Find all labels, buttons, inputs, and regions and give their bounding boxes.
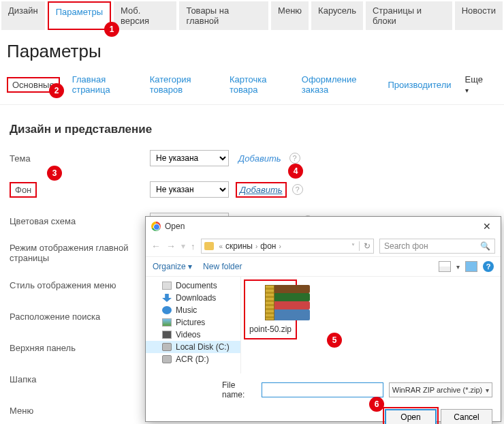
row-theme: Тема Не указана Добавить ? xyxy=(10,149,494,168)
file-type-filter[interactable]: WinRAR ZIP archive (*.zip) xyxy=(389,382,492,397)
back-arrow-icon[interactable]: ← xyxy=(151,241,161,252)
new-folder-button[interactable]: New folder xyxy=(203,262,242,271)
breadcrumb-path[interactable]: « скрины › фон › ˅ ↻ xyxy=(201,239,375,254)
main-nav-tabs: Дизайн Параметры Моб. версия Товары на г… xyxy=(0,0,504,31)
help-icon[interactable]: ? xyxy=(292,184,303,195)
dialog-footer: File name: WinRAR ZIP archive (*.zip) xyxy=(146,374,501,406)
nav-tab-menu[interactable]: Меню xyxy=(271,1,309,30)
label-menu: Меню xyxy=(10,406,150,416)
label-menu-style: Стиль отображения меню xyxy=(10,280,150,290)
tree-item-music[interactable]: Music xyxy=(146,304,240,316)
open-button[interactable]: Open xyxy=(385,409,437,424)
folder-icon xyxy=(204,242,214,250)
tree-item-pictures[interactable]: Pictures xyxy=(146,316,240,329)
annotation-badge-6: 6 xyxy=(369,397,384,412)
preview-icon[interactable] xyxy=(465,261,477,272)
file-name-label: File name: xyxy=(222,380,256,399)
sub-tab-checkout[interactable]: Оформление заказа xyxy=(300,72,376,97)
label-top-panel: Верхняя панель xyxy=(10,343,150,353)
select-theme[interactable]: Не указана xyxy=(150,150,229,166)
file-list[interactable]: point-50.zip xyxy=(241,277,501,374)
up-arrow-icon[interactable]: ↑ xyxy=(191,241,195,252)
organize-button[interactable]: Organize ▾ xyxy=(153,262,192,271)
search-input[interactable]: Search фон 🔍 xyxy=(379,239,495,254)
nav-tab-mobile[interactable]: Моб. версия xyxy=(114,1,176,30)
tree-item-local-disk-c[interactable]: Local Disk (C:) xyxy=(146,341,240,353)
add-background-link[interactable]: Добавить xyxy=(236,182,287,198)
dialog-toolbar: Organize ▾ New folder ▾ ? xyxy=(146,256,501,277)
select-background[interactable]: Не указан xyxy=(150,181,229,198)
sub-tab-more[interactable]: Еще xyxy=(464,72,487,97)
file-open-dialog: Open ✕ ← → ▾ ↑ « скрины › фон › ˅ ↻ Sear… xyxy=(145,216,501,422)
breadcrumb-item[interactable]: скрины xyxy=(225,241,253,251)
nav-tab-news[interactable]: Новости xyxy=(455,1,503,30)
annotation-badge-5: 5 xyxy=(327,333,342,348)
section-title: Дизайн и представление xyxy=(10,123,494,136)
file-name-input[interactable] xyxy=(262,382,383,397)
help-icon[interactable]: ? xyxy=(289,153,300,164)
nav-tab-pages-blocks[interactable]: Страницы и блоки xyxy=(366,1,452,30)
nav-tab-carousel[interactable]: Карусель xyxy=(311,1,363,30)
add-theme-link[interactable]: Добавить xyxy=(236,152,284,165)
label-search-position: Расположение поиска xyxy=(10,312,150,322)
file-tile-zip[interactable]: point-50.zip xyxy=(244,279,297,339)
sub-tab-category[interactable]: Категория товаров xyxy=(148,72,217,97)
tree-item-videos[interactable]: Videos xyxy=(146,329,240,341)
page-title: Параметры xyxy=(7,41,504,62)
sub-nav-tabs: Основные Главная страница Категория това… xyxy=(0,72,504,105)
label-header: Шапка xyxy=(10,374,150,384)
help-icon[interactable]: ? xyxy=(483,261,494,272)
view-icon[interactable] xyxy=(439,261,451,272)
label-color-scheme: Цветовая схема xyxy=(10,216,150,226)
annotation-badge-2: 2 xyxy=(49,83,64,98)
annotation-badge-4: 4 xyxy=(288,164,303,179)
nav-tab-parameters[interactable]: Параметры xyxy=(48,1,111,30)
label-display-mode: Режим отображения главной страницы xyxy=(10,243,146,263)
sub-tab-product-card[interactable]: Карточка товара xyxy=(228,72,289,97)
label-background: Фон xyxy=(10,182,37,198)
zip-archive-icon xyxy=(250,285,291,322)
tree-item-documents[interactable]: Documents xyxy=(146,279,240,292)
dialog-titlebar: Open ✕ xyxy=(146,217,501,236)
dialog-nav: ← → ▾ ↑ « скрины › фон › ˅ ↻ Search фон … xyxy=(146,236,501,256)
chrome-icon xyxy=(151,222,161,231)
annotation-badge-3: 3 xyxy=(47,166,62,181)
nav-tab-design[interactable]: Дизайн xyxy=(1,1,45,30)
search-icon: 🔍 xyxy=(480,241,490,251)
tree-item-downloads[interactable]: Downloads xyxy=(146,292,240,304)
annotation-badge-1: 1 xyxy=(104,22,119,37)
nav-tab-homepage-products[interactable]: Товары на главной xyxy=(179,1,268,30)
sub-tab-manufacturers[interactable]: Производители xyxy=(386,77,452,93)
file-name-label: point-50.zip xyxy=(249,324,292,334)
row-background: Фон Не указан Добавить ? xyxy=(10,180,494,199)
tree-item-acr-d[interactable]: ACR (D:) xyxy=(146,353,240,365)
refresh-icon[interactable]: ↻ xyxy=(359,241,371,251)
close-icon[interactable]: ✕ xyxy=(479,221,495,232)
forward-arrow-icon[interactable]: → xyxy=(166,241,176,252)
breadcrumb-item[interactable]: фон xyxy=(260,241,276,251)
folder-tree: Documents Downloads Music Pictures Video… xyxy=(146,277,241,374)
label-theme: Тема xyxy=(10,153,150,164)
sub-tab-homepage[interactable]: Главная страница xyxy=(71,72,138,97)
cancel-button[interactable]: Cancel xyxy=(441,409,492,424)
search-placeholder: Search фон xyxy=(384,241,428,251)
dialog-title: Open xyxy=(165,222,185,231)
